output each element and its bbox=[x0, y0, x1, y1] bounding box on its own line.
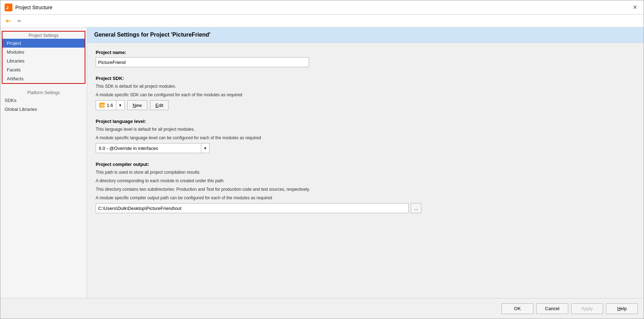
window-title: Project Structure bbox=[15, 5, 52, 10]
sdk-dropdown-arrow-icon: ▼ bbox=[116, 101, 124, 110]
toolbar bbox=[0, 15, 644, 27]
project-sdk-desc2: A module specific SDK can be configured … bbox=[96, 92, 635, 98]
main-content: Project name: Project SDK: This SDK is d… bbox=[87, 43, 644, 298]
project-structure-dialog: J Project Structure ✕ Project Settings P… bbox=[0, 0, 644, 319]
app-logo-icon: J bbox=[5, 4, 12, 11]
back-button[interactable] bbox=[3, 16, 13, 26]
project-language-label: Project language level: bbox=[96, 119, 635, 124]
content-area: Project Settings Project Modules Librari… bbox=[0, 27, 644, 298]
project-name-input[interactable] bbox=[96, 57, 309, 67]
forward-button[interactable] bbox=[15, 16, 25, 26]
sdk-row: JDK 1.6 ▼ New Edit bbox=[96, 100, 635, 110]
project-settings-group: Project Settings Project Modules Librari… bbox=[2, 31, 85, 84]
project-language-desc1: This language level is default for all p… bbox=[96, 126, 635, 133]
output-row: ... bbox=[96, 203, 635, 213]
browse-button[interactable]: ... bbox=[411, 203, 421, 213]
svg-rect-2 bbox=[17, 20, 21, 22]
title-bar: J Project Structure ✕ bbox=[0, 0, 644, 15]
main-header-title: General Settings for Project 'PictureFri… bbox=[94, 32, 211, 38]
sidebar: Project Settings Project Modules Librari… bbox=[0, 27, 87, 298]
project-name-group: Project name: bbox=[96, 50, 635, 67]
project-compiler-group: Project compiler output: This path is us… bbox=[96, 162, 635, 213]
project-name-label: Project name: bbox=[96, 50, 635, 55]
sidebar-item-modules[interactable]: Modules bbox=[2, 48, 85, 56]
main-panel: General Settings for Project 'PictureFri… bbox=[87, 27, 644, 298]
sidebar-item-global-libraries[interactable]: Global Libraries bbox=[0, 105, 87, 114]
sdk-version-dropdown[interactable]: JDK 1.6 ▼ bbox=[96, 100, 124, 110]
main-header: General Settings for Project 'PictureFri… bbox=[87, 27, 644, 43]
apply-button[interactable]: Apply bbox=[571, 303, 603, 314]
forward-icon bbox=[17, 18, 22, 24]
compiler-desc1: This path is used to store all project c… bbox=[96, 169, 635, 175]
language-level-value: 6.0 - @Override in interfaces bbox=[96, 145, 201, 152]
compiler-desc3: This directory contains two subdirectori… bbox=[96, 186, 635, 193]
sidebar-item-artifacts[interactable]: Artifacts bbox=[2, 74, 85, 83]
close-button[interactable]: ✕ bbox=[630, 3, 639, 11]
platform-settings-label: Platform Settings bbox=[0, 88, 87, 96]
ok-button[interactable]: OK bbox=[501, 303, 533, 314]
back-icon bbox=[5, 18, 11, 24]
edit-button[interactable]: Edit bbox=[150, 100, 169, 110]
project-sdk-label: Project SDK: bbox=[96, 76, 635, 81]
project-sdk-group: Project SDK: This SDK is default for all… bbox=[96, 76, 635, 110]
footer: OK Cancel Apply Help bbox=[0, 298, 644, 319]
title-bar-left: J Project Structure bbox=[5, 4, 52, 11]
sdk-version-label: 1.6 bbox=[107, 103, 113, 108]
help-button[interactable]: Help bbox=[606, 303, 638, 314]
cancel-button[interactable]: Cancel bbox=[536, 303, 568, 314]
sidebar-item-facets[interactable]: Facets bbox=[2, 65, 85, 74]
sidebar-item-sdks[interactable]: SDKs bbox=[0, 96, 87, 105]
output-path-input[interactable] bbox=[96, 203, 409, 213]
compiler-desc2: A directory corresponding to each module… bbox=[96, 178, 635, 184]
project-sdk-desc1: This SDK is default for all project modu… bbox=[96, 83, 635, 90]
sidebar-item-libraries[interactable]: Libraries bbox=[2, 56, 85, 65]
platform-settings-section: Platform Settings SDKs Global Libraries bbox=[0, 88, 87, 114]
compiler-desc4: A module specific compiler output path c… bbox=[96, 195, 635, 201]
new-button[interactable]: New bbox=[127, 100, 147, 110]
language-level-dropdown[interactable]: 6.0 - @Override in interfaces ▼ bbox=[96, 143, 209, 153]
sidebar-item-project[interactable]: Project bbox=[2, 39, 85, 48]
svg-text:J: J bbox=[6, 5, 9, 10]
project-language-group: Project language level: This language le… bbox=[96, 119, 635, 153]
language-level-arrow-icon: ▼ bbox=[201, 144, 209, 153]
project-settings-label: Project Settings bbox=[2, 32, 85, 39]
project-language-desc2: A module specific language level can be … bbox=[96, 135, 635, 141]
project-compiler-label: Project compiler output: bbox=[96, 162, 635, 167]
svg-text:JDK: JDK bbox=[100, 104, 105, 107]
java-sdk-icon: JDK bbox=[99, 102, 105, 108]
